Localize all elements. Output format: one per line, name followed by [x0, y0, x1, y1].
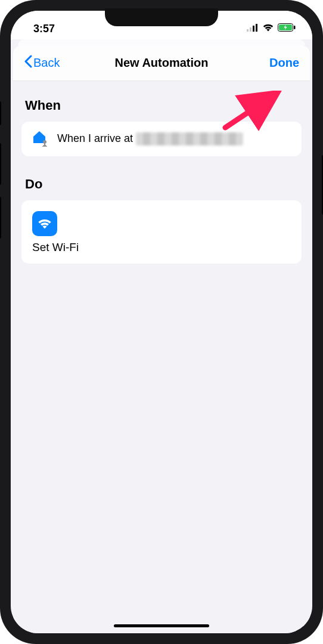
back-label: Back	[33, 56, 60, 70]
card-stack-hint	[18, 39, 305, 45]
content-area: When When I arrive at Do Se	[13, 81, 310, 633]
do-action-label: Set Wi-Fi	[32, 241, 291, 254]
wifi-action-icon	[32, 211, 57, 236]
svg-rect-0	[247, 29, 249, 32]
wifi-icon	[262, 23, 274, 34]
cellular-icon	[247, 23, 259, 34]
home-indicator[interactable]	[114, 624, 209, 627]
svg-rect-1	[250, 27, 251, 32]
do-section-header: Do	[25, 177, 298, 192]
arrive-home-icon	[31, 129, 49, 149]
svg-rect-2	[253, 26, 254, 32]
battery-icon	[278, 23, 296, 34]
when-trigger-text: When I arrive at	[57, 132, 243, 145]
done-button[interactable]: Done	[269, 56, 299, 70]
back-button[interactable]: Back	[24, 55, 60, 71]
svg-rect-3	[256, 24, 257, 32]
when-section-header: When	[25, 98, 298, 113]
navigation-bar: Back New Automation Done	[13, 45, 310, 81]
chevron-left-icon	[24, 55, 32, 71]
do-action-card[interactable]: Set Wi-Fi	[21, 200, 302, 264]
redacted-location	[136, 132, 243, 145]
status-time: 3:57	[33, 23, 55, 35]
when-trigger-card[interactable]: When I arrive at	[21, 122, 302, 156]
status-icons	[247, 23, 296, 34]
status-bar: 3:57	[11, 11, 312, 39]
page-title: New Automation	[114, 56, 208, 70]
svg-rect-6	[294, 26, 296, 29]
